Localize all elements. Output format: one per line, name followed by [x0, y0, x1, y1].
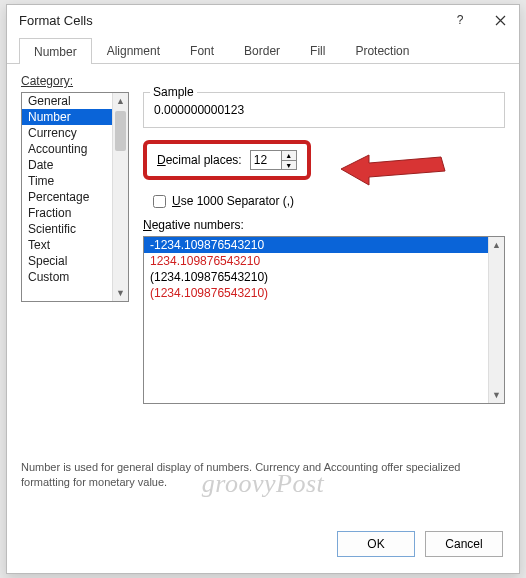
negative-scrollbar[interactable]: ▲ ▼ — [488, 237, 504, 403]
sample-label: Sample — [150, 85, 197, 99]
decimal-spinner[interactable]: ▲ ▼ — [250, 150, 297, 170]
thousand-separator-checkbox[interactable]: Use 1000 Separator (,) — [153, 194, 505, 208]
scroll-down-icon[interactable]: ▼ — [489, 387, 504, 403]
tab-alignment[interactable]: Alignment — [92, 37, 175, 63]
tab-fill[interactable]: Fill — [295, 37, 340, 63]
negative-option-2[interactable]: 1234.109876543210 — [144, 253, 504, 269]
close-button[interactable] — [489, 9, 511, 31]
negative-option-1[interactable]: -1234.109876543210 — [144, 237, 504, 253]
negative-option-3[interactable]: (1234.109876543210) — [144, 269, 504, 285]
negative-label: Negative numbers: — [143, 218, 505, 232]
tab-font[interactable]: Font — [175, 37, 229, 63]
category-listbox[interactable]: General Number Currency Accounting Date … — [21, 92, 129, 302]
tab-border[interactable]: Border — [229, 37, 295, 63]
titlebar-buttons: ? — [449, 9, 511, 31]
format-description: Number is used for general display of nu… — [21, 460, 505, 491]
category-scrollbar[interactable]: ▲ ▼ — [112, 93, 128, 301]
tab-number[interactable]: Number — [19, 38, 92, 64]
tab-protection[interactable]: Protection — [340, 37, 424, 63]
scroll-up-icon[interactable]: ▲ — [489, 237, 504, 253]
number-settings-pane: Sample 0.000000000123 Decimal places: ▲ … — [143, 92, 505, 404]
sample-value: 0.000000000123 — [154, 103, 494, 117]
decimal-input[interactable] — [251, 152, 281, 168]
decimal-places-row: Decimal places: ▲ ▼ — [143, 140, 311, 180]
separator-input[interactable] — [153, 195, 166, 208]
cancel-button[interactable]: Cancel — [425, 531, 503, 557]
separator-label: Use 1000 Separator (,) — [172, 194, 294, 208]
dialog-buttons: OK Cancel — [337, 531, 503, 557]
spin-down-button[interactable]: ▼ — [282, 160, 296, 169]
scroll-down-icon[interactable]: ▼ — [113, 285, 128, 301]
help-button[interactable]: ? — [449, 9, 471, 31]
titlebar: Format Cells ? — [7, 5, 519, 35]
negative-option-4[interactable]: (1234.109876543210) — [144, 285, 504, 301]
ok-button[interactable]: OK — [337, 531, 415, 557]
tab-content: Category: General Number Currency Accoun… — [7, 64, 519, 414]
close-icon — [495, 15, 506, 26]
scroll-up-icon[interactable]: ▲ — [113, 93, 128, 109]
sample-group: Sample 0.000000000123 — [143, 92, 505, 128]
negative-numbers-listbox[interactable]: -1234.109876543210 1234.109876543210 (12… — [143, 236, 505, 404]
format-cells-dialog: Format Cells ? Number Alignment Font Bor… — [6, 4, 520, 574]
spin-up-button[interactable]: ▲ — [282, 151, 296, 160]
dialog-title: Format Cells — [19, 13, 93, 28]
decimal-label: Decimal places: — [157, 153, 242, 167]
category-label: Category: — [21, 74, 505, 88]
scroll-thumb[interactable] — [115, 111, 126, 151]
tab-strip: Number Alignment Font Border Fill Protec… — [7, 37, 519, 64]
